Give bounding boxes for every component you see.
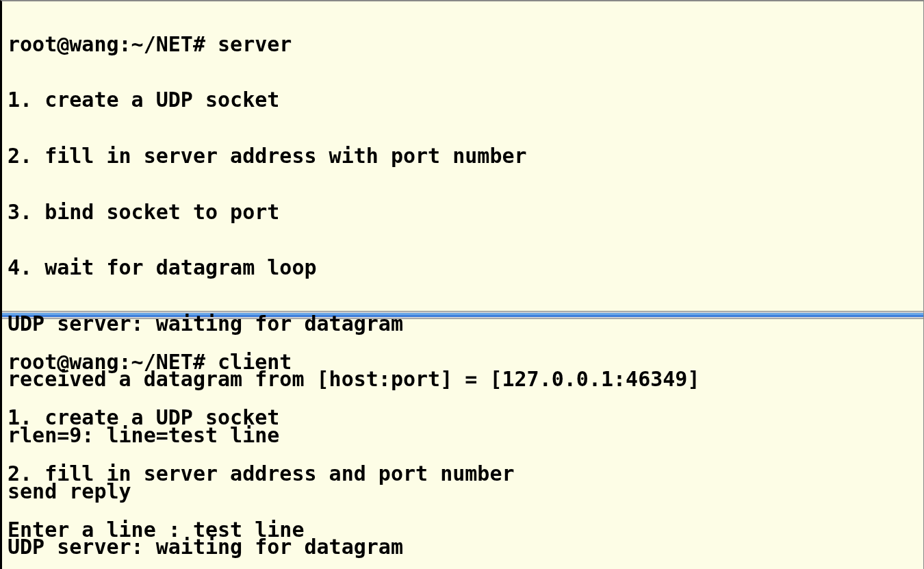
terminal-line: 3. bind socket to port <box>8 199 918 227</box>
command-text: server <box>218 32 292 56</box>
terminal-line: 4. wait for datagram loop <box>8 254 918 282</box>
terminal-line: root@wang:~/NET# server <box>8 31 918 59</box>
command-text: client <box>218 350 292 374</box>
prompt-text: root@wang:~/NET# <box>8 32 218 56</box>
prompt-text: root@wang:~/NET# <box>8 350 218 374</box>
terminal-line: 2. fill in server address and port numbe… <box>8 460 918 488</box>
terminal-line: 1. create a UDP socket <box>8 404 918 432</box>
terminal-pane-server[interactable]: root@wang:~/NET# server 1. create a UDP … <box>0 0 924 311</box>
terminal-line: Enter a line : test line <box>8 516 918 544</box>
terminal-line: 2. fill in server address with port numb… <box>8 142 918 170</box>
terminal-line: 1. create a UDP socket <box>8 86 918 114</box>
